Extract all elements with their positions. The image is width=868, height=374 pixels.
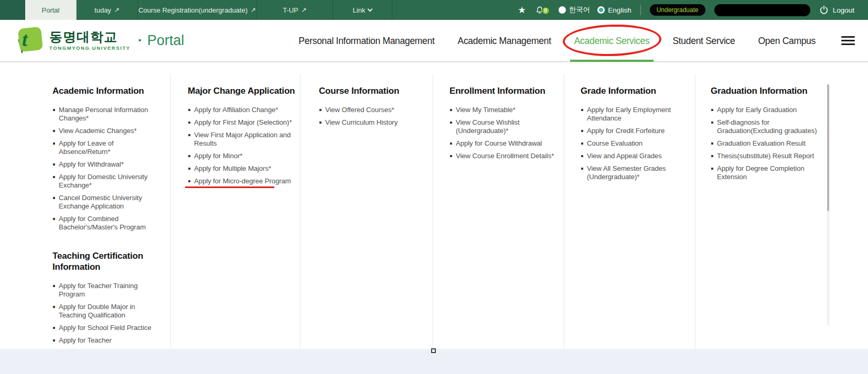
menu-item-label: Apply for Withdrawal*	[59, 160, 124, 168]
topbar-tab-tuday[interactable]: tuday↗	[77, 0, 138, 20]
nav-item-open-campus[interactable]: Open Campus	[758, 20, 816, 62]
menu-item-apply-for-teacher-training-program[interactable]: Apply for Teacher Training Program	[52, 282, 160, 299]
university-logo[interactable]: t 동명대학교 TONGMYONG UNIVERSITY · Portal	[15, 27, 184, 54]
university-logo-icon: t	[15, 27, 44, 54]
menu-item-list: Manage Personal Information Changes*View…	[52, 106, 160, 232]
chevron-down-icon	[368, 6, 373, 12]
menu-item-graduation-evaluation-result[interactable]: Graduation Evaluation Result	[711, 139, 818, 148]
notifications-button[interactable]: 0	[535, 5, 550, 15]
language-option-[interactable]: 한국어	[559, 5, 591, 15]
menu-item-apply-for-minor[interactable]: Apply for Minor*	[188, 152, 295, 160]
menu-item-list: Apply for Teacher Training ProgramApply …	[52, 282, 160, 345]
redacted-username	[714, 4, 810, 16]
menu-item-apply-for-teacher[interactable]: Apply for Teacher	[52, 336, 160, 345]
radio-selected-icon	[597, 6, 605, 14]
menu-section-grade-information: Grade InformationApply for Early Employm…	[581, 85, 688, 181]
menu-item-view-curriculum-history[interactable]: View Curriculum History	[319, 118, 426, 127]
menu-item-apply-for-early-employment-attendance[interactable]: Apply for Early Employment Attendance	[581, 106, 688, 123]
nav-item-label: Academic Services	[574, 36, 650, 47]
topbar-tab-t-up[interactable]: T-UP↗	[257, 0, 333, 20]
favorites-star-icon[interactable]: ★	[518, 6, 526, 15]
menu-item-label: Apply for Multiple Majors*	[194, 164, 271, 172]
menu-item-view-first-major-application-and-results[interactable]: View First Major Application and Results	[188, 131, 295, 148]
role-badge: Undergraduate	[650, 4, 705, 16]
academic-services-megamenu: Academic InformationManage Personal Info…	[0, 62, 868, 349]
column-divider	[300, 74, 301, 349]
menu-item-label: View Offered Courses*	[325, 106, 394, 114]
menu-item-label: Apply for Double Major in Teaching Quali…	[59, 303, 135, 319]
menu-section-title: Teaching Certification Information	[52, 250, 160, 272]
menu-item-apply-for-combined-bachelor-s-master-s-program[interactable]: Apply for Combined Bachelor's/Master's P…	[52, 215, 160, 232]
topbar-tab-label: Link	[353, 6, 366, 14]
menu-item-apply-for-multiple-majors[interactable]: Apply for Multiple Majors*	[188, 164, 295, 173]
nav-item-student-service[interactable]: Student Service	[672, 20, 735, 62]
language-option-english[interactable]: English	[597, 6, 631, 14]
topbar-tab-label: tuday	[94, 6, 111, 14]
university-name-korean: 동명대학교	[49, 30, 131, 43]
menu-item-label: Apply for Micro-degree Program	[194, 177, 291, 185]
menu-item-label: Apply for First Major (Selection)*	[194, 118, 292, 126]
menu-column-3: Course InformationView Offered Courses*V…	[319, 62, 426, 131]
main-navigation: Personal Information ManagementAcademic …	[298, 20, 816, 62]
menu-item-manage-personal-information-changes[interactable]: Manage Personal Information Changes*	[52, 106, 160, 123]
menu-item-label: Apply for School Field Practice	[59, 324, 151, 332]
menu-item-apply-for-domestic-university-exchange[interactable]: Apply for Domestic University Exchange*	[52, 173, 160, 190]
menu-item-label: Apply for Teacher	[59, 336, 112, 344]
logout-button[interactable]: Logout	[819, 5, 854, 15]
topbar-tab-course-registration-undergraduate[interactable]: Course Registration(undergraduate)↗	[138, 0, 257, 20]
nav-item-personal-information-management[interactable]: Personal Information Management	[298, 20, 434, 62]
nav-item-academic-management[interactable]: Academic Management	[458, 20, 551, 62]
menu-item-view-my-timetable[interactable]: View My Timetable*	[449, 106, 557, 114]
menu-item-label: Apply for Early Employment Attendance	[587, 106, 671, 122]
menu-item-apply-for-micro-degree-program[interactable]: Apply for Micro-degree Program	[188, 177, 295, 185]
column-divider	[433, 74, 433, 349]
menu-column-6: Graduation InformationApply for Early Gr…	[711, 62, 818, 185]
menu-item-label: Apply for Credit Forfeiture	[587, 127, 665, 135]
menu-item-apply-for-affiliation-change[interactable]: Apply for Affiliation Change*	[188, 106, 295, 114]
menu-item-view-all-semester-grades-undergraduate[interactable]: View All Semester Grades (Undergraduate)…	[581, 164, 688, 181]
menu-section-academic-information: Academic InformationManage Personal Info…	[52, 85, 160, 232]
menu-item-list: Apply for Early Employment AttendanceApp…	[581, 106, 688, 181]
power-icon	[819, 5, 829, 15]
menu-item-apply-for-early-graduation[interactable]: Apply for Early Graduation	[711, 106, 818, 114]
menu-item-apply-for-degree-completion-extension[interactable]: Apply for Degree Completion Extension	[711, 164, 818, 181]
hamburger-menu-icon[interactable]	[841, 36, 855, 45]
menu-item-label: Thesis(substitute) Result Report	[717, 152, 814, 160]
menu-item-thesis-substitute-result-report[interactable]: Thesis(substitute) Result Report	[711, 152, 818, 160]
menu-item-cancel-domestic-university-exchange-application[interactable]: Cancel Domestic University Exchange Appl…	[52, 194, 160, 211]
topbar-tab-portal[interactable]: Portal	[25, 0, 77, 20]
topbar-tab-label: Course Registration(undergraduate)	[138, 6, 248, 14]
menu-item-apply-for-withdrawal[interactable]: Apply for Withdrawal*	[52, 160, 160, 169]
scrollbar-thumb[interactable]	[827, 84, 829, 211]
topbar-right-controls: ★ 0 한국어English Undergraduate Logout	[518, 0, 868, 20]
menu-item-apply-for-course-withdrawal[interactable]: Apply for Course Withdrawal	[449, 139, 557, 148]
menu-item-self-diagnosis-for-graduation-excluding-graduates[interactable]: Self-diagnosis for Graduation(Excluding …	[711, 118, 818, 135]
menu-item-view-course-enrollment-details[interactable]: View Course Enrollment Details*	[449, 152, 557, 160]
topbar-tab-link[interactable]: Link	[333, 0, 392, 20]
nav-item-label: Open Campus	[758, 36, 816, 47]
menu-item-view-and-appeal-grades[interactable]: View and Appeal Grades	[581, 152, 688, 160]
menu-section-graduation-information: Graduation InformationApply for Early Gr…	[711, 85, 818, 181]
menu-item-apply-for-credit-forfeiture[interactable]: Apply for Credit Forfeiture	[581, 127, 688, 135]
nav-item-academic-services[interactable]: Academic Services	[574, 20, 650, 62]
menu-item-view-academic-changes[interactable]: View Academic Changes*	[52, 127, 160, 135]
column-divider	[695, 74, 695, 349]
menu-item-view-course-wishlist-undergraduate[interactable]: View Course Wishlist (Undergraduate)*	[449, 118, 557, 135]
column-divider	[564, 74, 564, 349]
menu-item-course-evaluation[interactable]: Course Evaluation	[581, 139, 688, 148]
menu-item-view-offered-courses[interactable]: View Offered Courses*	[319, 106, 426, 114]
menu-item-apply-for-school-field-practice[interactable]: Apply for School Field Practice	[52, 324, 160, 332]
menu-item-label: Apply for Teacher Training Program	[59, 282, 137, 298]
menu-item-label: Apply for Combined Bachelor's/Master's P…	[59, 215, 146, 231]
university-name-english: TONGMYONG UNIVERSITY	[49, 45, 131, 51]
menu-item-apply-for-leave-of-absence-return[interactable]: Apply for Leave of Absence/Return*	[52, 139, 160, 156]
menu-item-label: View Course Wishlist (Undergraduate)*	[456, 118, 520, 135]
menu-section-title: Major Change Application	[188, 85, 295, 96]
menu-item-apply-for-double-major-in-teaching-qualification[interactable]: Apply for Double Major in Teaching Quali…	[52, 303, 160, 320]
menu-column-1: Academic InformationManage Personal Info…	[52, 62, 160, 349]
external-link-icon: ↗	[302, 7, 307, 13]
menu-item-apply-for-first-major-selection[interactable]: Apply for First Major (Selection)*	[188, 118, 295, 127]
resize-handle-square[interactable]	[431, 348, 436, 353]
menu-section-major-change-application: Major Change ApplicationApply for Affili…	[188, 85, 295, 185]
menu-column-4: Enrollment InformationView My Timetable*…	[449, 62, 557, 164]
